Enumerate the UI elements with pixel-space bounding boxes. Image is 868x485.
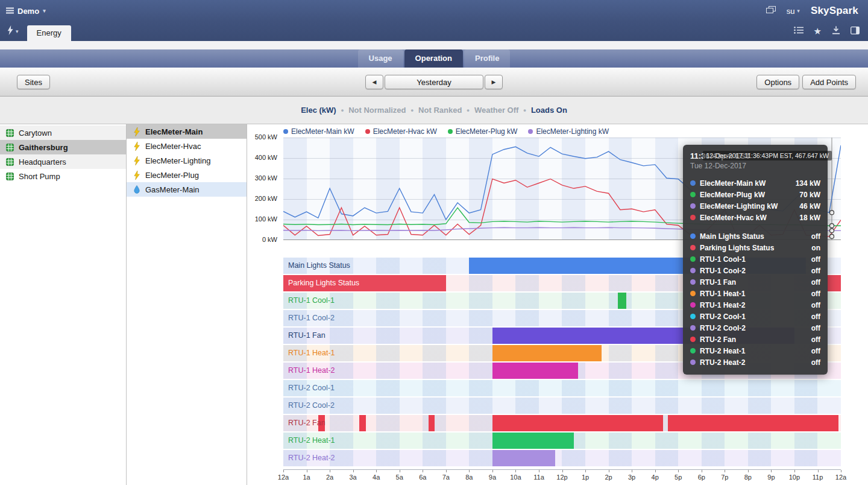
user-menu[interactable]: su ▾ [787,7,800,16]
x-tick-label: 1p [582,474,589,481]
list-icon[interactable] [794,27,804,36]
x-tick [748,470,749,472]
series-dot [690,180,696,186]
series-dot [365,129,370,134]
x-tick [492,470,493,472]
y-axis-labels: 0 kW100 kW200 kW300 kW400 kW500 kW [247,138,280,240]
workspace-menu[interactable]: Demo ▾ [6,7,46,16]
series-dot [690,233,696,239]
tooltip-row: ElecMeter-Plug kW70 kW [690,189,820,200]
legend-item-elecmeter-plug-kw[interactable]: ElecMeter-Plug kW [448,127,518,136]
toolbar-right: Options Add Points [756,75,856,89]
next-period-button[interactable]: ▶ [485,75,503,89]
app-switcher[interactable]: ▾ [7,25,19,37]
x-tick [771,470,772,472]
sidebar-item-elecmeter-hvac[interactable]: ElecMeter-Hvac [127,139,247,153]
status-separator: • [467,106,470,115]
sidebar-item-gasmeter-main[interactable]: GasMeter-Main [127,182,247,197]
tab-usage[interactable]: Usage [358,49,403,68]
tooltip-row: RTU-1 Fanoff [690,276,820,288]
site-icon [5,144,14,151]
series-dot [690,314,696,319]
bolt-icon [132,156,141,165]
x-tick [725,470,725,472]
tab-energy[interactable]: Energy [27,25,71,41]
options-button[interactable]: Options [756,75,799,89]
period-controls: ◀ Yesterday ▶ [365,75,503,89]
meter-label: GasMeter-Main [145,185,200,194]
x-tick-label: 11p [813,474,823,481]
status-bar-segment [429,415,435,431]
sidebar-item-elecmeter-plug[interactable]: ElecMeter-Plug [127,168,247,182]
series-dot [690,325,696,331]
x-tick [353,470,354,472]
username: su [787,7,795,16]
tooltip-series-value: off [811,358,820,367]
sites-button[interactable]: Sites [17,75,50,89]
tooltip-series-name: Main Lights Status [700,232,807,241]
status-item-weather-off: Weather Off [474,106,518,115]
series-dot [690,215,696,220]
tooltip-series-value: off [811,255,820,264]
view-tabs: UsageOperationProfile [0,49,868,68]
gantt-row-label: RTU-1 Cool-1 [288,293,335,309]
tooltip-row: RTU-2 Cool-1off [690,311,820,322]
series-dot [690,192,696,197]
tooltip-series-name: RTU-1 Fan [700,278,807,287]
status-item-not-normalized: Not Normalized [348,106,406,115]
x-tick-label: 6a [419,474,426,481]
gantt-bands [283,380,841,396]
x-tick-label: 9a [489,474,496,481]
drop-icon [132,185,141,194]
legend-label: ElecMeter-Plug kW [456,127,518,136]
tooltip-series-name: ElecMeter-Lighting kW [700,202,795,211]
tooltip-series-value: 46 kW [799,202,820,211]
sidebar-item-elecmeter-main[interactable]: ElecMeter-Main [127,124,247,139]
y-tick-label: 300 kW [255,174,277,182]
tab-profile[interactable]: Profile [464,49,510,68]
legend-item-elecmeter-lighting-kw[interactable]: ElecMeter-Lighting kW [528,127,609,136]
gantt-row-label: RTU-1 Heat-2 [288,363,335,379]
prev-period-button[interactable]: ◀ [365,75,383,89]
tooltip-row: RTU-2 Heat-1off [690,345,820,357]
y-tick-label: 400 kW [255,154,277,161]
status-separator: • [411,106,414,115]
legend-item-elecmeter-hvac-kw[interactable]: ElecMeter-Hvac kW [365,127,437,136]
x-tick [376,470,377,472]
toolbar: Sites ◀ Yesterday ▶ Options Add Points [0,68,868,97]
legend-item-elecmeter-main-kw[interactable]: ElecMeter-Main kW [283,127,354,136]
sidebar-item-carytown[interactable]: Carytown [0,125,126,140]
gantt-row-label: Main Lights Status [288,258,350,274]
y-tick-label: 500 kW [255,133,277,141]
tab-operation[interactable]: Operation [404,49,463,68]
x-tick-label: 4p [652,474,659,481]
tooltip-series-name: RTU-2 Heat-1 [700,347,807,355]
tooltip-series-value: off [811,347,820,355]
download-icon[interactable] [832,26,840,36]
columns-icon[interactable] [851,27,860,36]
sidebar-item-elecmeter-lighting[interactable]: ElecMeter-Lighting [127,153,247,168]
status-separator: • [523,106,526,115]
tooltip-row: RTU-1 Cool-2off [690,265,820,276]
sidebar-item-short-pump[interactable]: Short Pump [0,169,126,183]
tooltip-series-value: off [811,278,820,287]
tooltip-status-rows: Main Lights StatusoffParking Lights Stat… [690,230,820,368]
y-tick-label: 0 kW [262,236,277,243]
period-button[interactable]: Yesterday [385,75,483,89]
windows-icon[interactable] [766,6,776,16]
series-dot [690,348,696,353]
header-right: su ▾ SkySpark [766,5,858,17]
sidebar-item-gaithersburg[interactable]: Gaithersburg [0,140,126,154]
gantt-row-label: RTU-2 Heat-2 [288,450,335,466]
add-points-button[interactable]: Add Points [802,75,856,89]
tooltip-row: RTU-2 Heat-2off [690,357,820,368]
tooltip-series-value: off [811,267,820,275]
tooltip-series-value: 134 kW [796,179,820,188]
x-tick [283,470,284,472]
tooltip-series-name: ElecMeter-Hvac kW [700,214,795,222]
sidebar-item-headquarters[interactable]: Headquarters [0,154,126,169]
status-bar-segment [618,293,626,309]
x-tick-label: 11a [533,474,544,481]
gantt-row-label: RTU-1 Heat-1 [288,345,335,361]
star-icon[interactable]: ★ [814,28,822,35]
